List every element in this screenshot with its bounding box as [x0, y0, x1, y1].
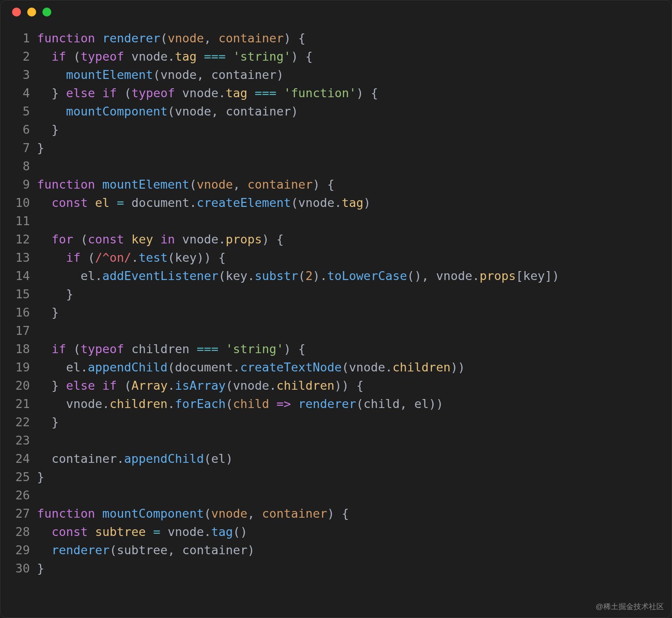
code-line: 18 if (typeof children === 'string') { [0, 340, 672, 358]
code-line: 28 const subtree = vnode.tag() [0, 523, 672, 541]
code-line: 9function mountElement(vnode, container)… [0, 175, 672, 194]
code-line: 29 renderer(subtree, container) [0, 541, 672, 559]
line-number: 4 [0, 84, 37, 102]
line-number: 10 [0, 194, 37, 212]
titlebar [0, 0, 672, 24]
line-number: 19 [0, 358, 37, 376]
code-line: 17 [0, 321, 672, 340]
code-line: 8 [0, 157, 672, 175]
close-icon[interactable] [12, 8, 21, 16]
code-line: 25} [0, 468, 672, 486]
code-line: 21 vnode.children.forEach(child => rende… [0, 395, 672, 413]
code-line: 5 mountComponent(vnode, container) [0, 102, 672, 120]
line-number: 2 [0, 47, 37, 66]
line-number: 25 [0, 468, 37, 486]
line-number: 21 [0, 395, 37, 413]
code-line: 20 } else if (Array.isArray(vnode.childr… [0, 376, 672, 395]
code-line: 24 container.appendChild(el) [0, 449, 672, 468]
code-line: 3 mountElement(vnode, container) [0, 66, 672, 84]
code-line: 14 el.addEventListener(key.substr(2).toL… [0, 267, 672, 285]
line-number: 12 [0, 230, 37, 248]
code-line: 10 const el = document.createElement(vno… [0, 194, 672, 212]
line-number: 9 [0, 175, 37, 194]
line-number: 6 [0, 120, 37, 139]
code-line: 7} [0, 139, 672, 157]
line-number: 16 [0, 303, 37, 321]
line-number: 15 [0, 285, 37, 303]
line-number: 27 [0, 504, 37, 523]
line-number: 22 [0, 413, 37, 431]
line-number: 11 [0, 212, 37, 230]
line-number: 20 [0, 376, 37, 395]
code-window: 1function renderer(vnode, container) { 2… [0, 0, 672, 618]
code-line: 19 el.appendChild(document.createTextNod… [0, 358, 672, 376]
code-area: 1function renderer(vnode, container) { 2… [0, 24, 672, 577]
minimize-icon[interactable] [27, 8, 36, 16]
line-number: 3 [0, 66, 37, 84]
code-line: 26 [0, 486, 672, 504]
line-number: 5 [0, 102, 37, 120]
line-number: 23 [0, 431, 37, 449]
line-number: 13 [0, 248, 37, 267]
line-number: 24 [0, 449, 37, 468]
code-line: 13 if (/^on/.test(key)) { [0, 248, 672, 267]
code-line: 6 } [0, 120, 672, 139]
code-line: 11 [0, 212, 672, 230]
code-line: 16 } [0, 303, 672, 321]
code-line: 27function mountComponent(vnode, contain… [0, 504, 672, 523]
code-line: 15 } [0, 285, 672, 303]
code-line: 12 for (const key in vnode.props) { [0, 230, 672, 248]
line-number: 29 [0, 541, 37, 559]
maximize-icon[interactable] [42, 8, 51, 16]
line-number: 28 [0, 523, 37, 541]
watermark: @稀土掘金技术社区 [596, 602, 664, 612]
line-number: 1 [0, 29, 37, 47]
line-number: 17 [0, 321, 37, 340]
line-number: 30 [0, 559, 37, 577]
line-number: 18 [0, 340, 37, 358]
line-number: 26 [0, 486, 37, 504]
code-line: 4 } else if (typeof vnode.tag === 'funct… [0, 84, 672, 102]
code-line: 30} [0, 559, 672, 577]
code-line: 23 [0, 431, 672, 449]
line-number: 7 [0, 139, 37, 157]
code-line: 22 } [0, 413, 672, 431]
line-number: 14 [0, 267, 37, 285]
code-line: 2 if (typeof vnode.tag === 'string') { [0, 47, 672, 66]
line-number: 8 [0, 157, 37, 175]
code-line: 1function renderer(vnode, container) { [0, 29, 672, 47]
